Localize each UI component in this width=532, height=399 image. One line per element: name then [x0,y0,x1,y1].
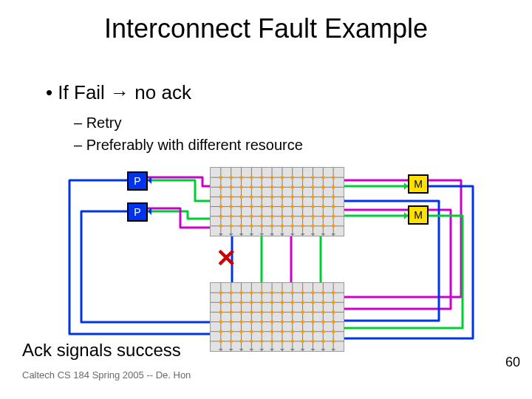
svg-point-149 [270,301,273,304]
svg-point-83 [239,215,242,218]
svg-point-141 [321,291,324,294]
fault-x-icon: ✕ [216,245,236,270]
svg-point-81 [219,215,222,218]
svg-marker-123 [301,349,305,351]
svg-point-45 [250,185,253,188]
svg-point-184 [229,330,232,333]
svg-point-48 [281,185,284,188]
svg-point-157 [219,310,222,313]
svg-point-34 [270,176,273,179]
svg-point-188 [270,330,273,333]
svg-point-101 [291,225,294,228]
svg-point-207 [332,340,335,343]
svg-point-78 [321,205,324,208]
svg-point-85 [260,215,263,218]
svg-point-179 [311,320,314,323]
svg-point-97 [250,225,253,228]
svg-point-73 [270,205,273,208]
svg-point-161 [260,310,263,313]
svg-point-146 [239,301,242,304]
svg-point-181 [332,320,335,323]
svg-marker-19 [290,233,295,236]
svg-point-200 [260,340,263,343]
svg-point-152 [301,301,304,304]
svg-marker-11 [249,233,253,236]
svg-marker-111 [239,349,244,351]
svg-marker-117 [270,349,274,351]
svg-point-47 [270,185,273,188]
svg-point-142 [332,291,335,294]
svg-marker-109 [229,349,233,351]
svg-point-150 [281,301,284,304]
svg-point-89 [301,215,304,218]
svg-point-30 [229,176,232,179]
svg-point-90 [311,215,314,218]
svg-point-33 [260,176,263,179]
svg-point-139 [301,291,304,294]
svg-point-59 [260,195,263,198]
svg-point-105 [332,225,335,228]
svg-point-163 [281,310,284,313]
svg-point-158 [229,310,232,313]
svg-point-196 [219,340,222,343]
svg-point-178 [301,320,304,323]
svg-point-205 [311,340,314,343]
svg-point-55 [219,195,222,198]
svg-point-199 [250,340,253,343]
svg-point-70 [239,205,242,208]
svg-point-153 [311,301,314,304]
svg-point-60 [270,195,273,198]
svg-point-147 [250,301,253,304]
svg-point-57 [239,195,242,198]
svg-point-35 [281,176,284,179]
svg-point-74 [281,205,284,208]
svg-point-44 [239,185,242,188]
svg-point-72 [260,205,263,208]
svg-point-49 [291,185,294,188]
svg-point-87 [281,215,284,218]
svg-point-191 [301,330,304,333]
bullet-sub-retry: – Retry [74,115,121,132]
svg-point-46 [260,185,263,188]
svg-point-99 [270,225,273,228]
m-node-1: M [408,174,429,194]
bullet-sub-diff: – Preferably with different resource [74,137,303,154]
svg-point-166 [311,310,314,313]
svg-point-180 [321,320,324,323]
svg-point-66 [332,195,335,198]
svg-point-82 [229,215,232,218]
svg-point-174 [260,320,263,323]
svg-point-177 [291,320,294,323]
svg-point-172 [239,320,242,323]
svg-point-201 [270,340,273,343]
svg-marker-107 [219,349,223,351]
svg-point-96 [239,225,242,228]
svg-point-94 [219,225,222,228]
svg-marker-23 [310,233,315,236]
svg-point-192 [311,330,314,333]
svg-point-155 [332,301,335,304]
svg-point-145 [229,301,232,304]
svg-point-65 [321,195,324,198]
svg-point-37 [301,176,304,179]
svg-point-42 [219,185,222,188]
svg-marker-25 [321,233,325,236]
svg-point-132 [229,291,232,294]
svg-point-168 [332,310,335,313]
svg-point-162 [270,310,273,313]
svg-point-103 [311,225,314,228]
svg-point-138 [291,291,294,294]
svg-point-144 [219,301,222,304]
svg-marker-27 [331,233,335,236]
svg-point-40 [332,176,335,179]
svg-point-76 [301,205,304,208]
svg-point-131 [219,291,222,294]
svg-point-56 [229,195,232,198]
svg-point-104 [321,225,324,228]
svg-point-171 [229,320,232,323]
slide-footer: Caltech CS 184 Spring 2005 -- De. Hon [22,369,191,381]
svg-point-202 [281,340,284,343]
svg-marker-129 [331,349,335,351]
svg-point-36 [291,176,294,179]
svg-marker-9 [239,233,244,236]
